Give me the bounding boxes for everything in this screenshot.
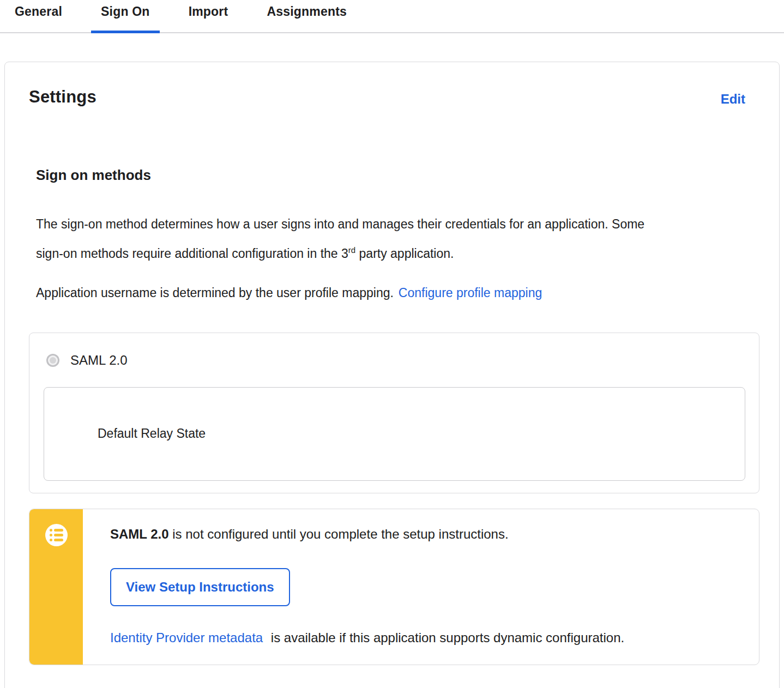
saml-radio-label: SAML 2.0 — [70, 353, 128, 368]
saml-radio-row: SAML 2.0 — [46, 353, 759, 368]
view-setup-instructions-button[interactable]: View Setup Instructions — [110, 568, 290, 606]
app-tab-bar: General Sign On Import Assignments — [0, 0, 784, 33]
page-title: Settings — [29, 87, 97, 107]
sign-on-description: The sign-on method determines how a user… — [36, 211, 671, 267]
sign-on-methods-section: Sign on methods The sign-on method deter… — [5, 167, 779, 306]
warning-banner-content: SAML 2.0 is not configured until you com… — [83, 509, 624, 665]
metadata-note-rest: is available if this application support… — [267, 630, 624, 645]
identity-provider-metadata-link[interactable]: Identity Provider metadata — [110, 630, 263, 645]
banner-message-bold: SAML 2.0 — [110, 527, 169, 541]
banner-message: SAML 2.0 is not configured until you com… — [110, 527, 624, 542]
settings-card-header: Settings Edit — [5, 62, 779, 107]
ordinal-superscript: rd — [348, 245, 355, 255]
tab-sign-on[interactable]: Sign On — [91, 0, 160, 32]
default-relay-state-box: Default Relay State — [44, 387, 745, 481]
description-text-end: party application. — [355, 246, 454, 261]
default-relay-state-label: Default Relay State — [98, 426, 206, 441]
section-heading: Sign on methods — [36, 167, 748, 184]
saml-method-box: SAML 2.0 Default Relay State — [29, 333, 759, 493]
list-icon — [45, 524, 68, 546]
saml-radio-button[interactable] — [46, 354, 59, 367]
saml-warning-banner: SAML 2.0 is not configured until you com… — [29, 509, 759, 665]
warning-banner-stripe — [29, 509, 83, 665]
tab-general[interactable]: General — [5, 0, 72, 32]
username-mapping-note: Application username is determined by th… — [36, 280, 745, 306]
configure-profile-mapping-link[interactable]: Configure profile mapping — [399, 286, 542, 300]
tab-assignments[interactable]: Assignments — [257, 0, 357, 32]
description-text: The sign-on method determines how a user… — [36, 217, 644, 261]
username-mapping-text: Application username is determined by th… — [36, 286, 394, 300]
tab-import[interactable]: Import — [179, 0, 238, 32]
banner-message-rest: is not configured until you complete the… — [169, 527, 509, 541]
edit-link[interactable]: Edit — [721, 92, 745, 107]
metadata-note: Identity Provider metadata is available … — [110, 630, 624, 645]
settings-card: Settings Edit Sign on methods The sign-o… — [4, 62, 780, 688]
